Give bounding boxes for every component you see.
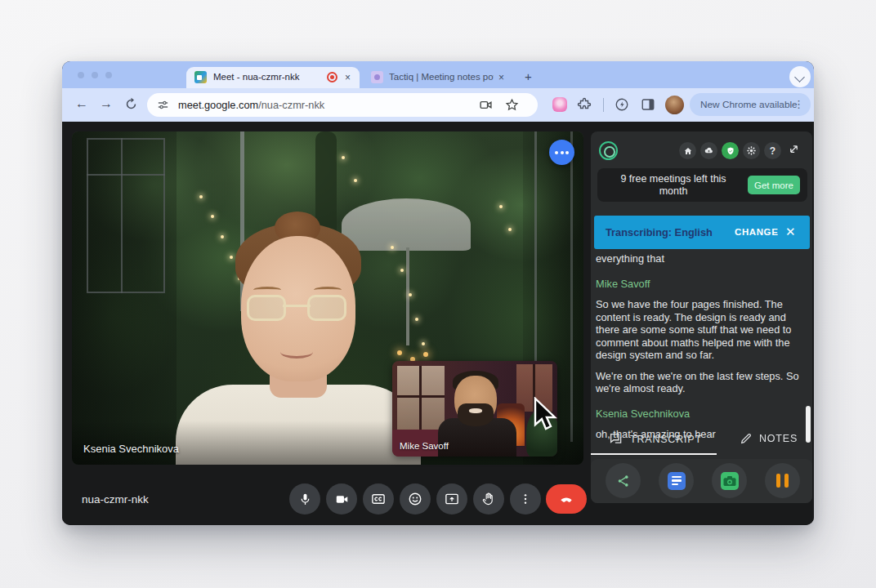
string-light (391, 246, 394, 249)
string-light (422, 342, 425, 345)
more-vertical-icon (519, 492, 532, 506)
end-call-button[interactable] (546, 484, 587, 514)
window-minimize-button[interactable] (92, 72, 98, 78)
back-icon[interactable]: ← (75, 96, 88, 111)
window-mullion (121, 138, 123, 293)
speaker-name: Ksenia Svechnikova (596, 408, 802, 421)
toolbar-divider (603, 98, 604, 112)
microphone-icon (298, 492, 312, 506)
address-bar[interactable]: meet.google.com/nua-czmr-nkk (147, 93, 538, 117)
string-light (409, 293, 412, 296)
tab-tactiq[interactable]: Tactiq | Meeting notes powe × (364, 67, 518, 88)
close-tab-icon[interactable]: × (498, 72, 504, 83)
window-frame (87, 138, 165, 293)
tab-notes-label: NOTES (759, 433, 798, 444)
glasses-lens (247, 295, 286, 321)
raise-hand-icon (481, 492, 496, 506)
pause-icon (784, 474, 789, 488)
transcript-text: We're on the we're on the last few steps… (596, 370, 802, 395)
string-light (211, 215, 214, 218)
window-zoom-button[interactable] (105, 72, 112, 78)
tab-camera-icon[interactable] (479, 98, 493, 112)
eyebrow (314, 287, 342, 293)
chat-bubbles-icon (609, 432, 623, 447)
change-language-button[interactable]: CHANGE (735, 227, 778, 237)
url-text: meet.google.com/nua-czmr-nkk (178, 99, 324, 111)
eyebrow (253, 287, 281, 293)
string-light (499, 205, 503, 208)
cloud-sync-button[interactable] (700, 142, 717, 159)
quota-banner: 9 free meetings left this month Get more (597, 168, 807, 202)
expand-button[interactable] (788, 143, 800, 158)
participant-smile (280, 345, 313, 359)
candle-light (423, 352, 428, 357)
chrome-update-button[interactable]: New Chrome available ⋮ (690, 93, 811, 116)
browser-menu-icon[interactable]: ⋮ (793, 98, 804, 110)
export-to-docs-button[interactable] (659, 463, 694, 498)
present-screen-button[interactable] (436, 483, 467, 514)
tab-transcript-label: TRANSCRIPT (630, 434, 702, 445)
profile-avatar[interactable] (665, 96, 684, 114)
frame-bar (570, 131, 573, 442)
speaker-name: Mike Savoff (596, 278, 802, 291)
tactiq-extension-icon[interactable] (552, 97, 567, 112)
smiley-icon (408, 492, 422, 506)
site-settings-icon[interactable] (157, 99, 169, 111)
end-call-icon (558, 491, 574, 507)
raise-hand-button[interactable] (473, 483, 504, 514)
tab-strip: Meet - nua-czmr-nkk × Tactiq | Meeting n… (62, 61, 814, 88)
participant-name-label: Ksenia Svechnikova (83, 443, 179, 455)
performance-icon[interactable] (615, 97, 629, 112)
string-light (230, 256, 233, 259)
get-more-button[interactable]: Get more (748, 176, 800, 194)
transcribing-banner: Transcribing: English CHANGE ✕ (594, 216, 810, 249)
sidebar-tabs: TRANSCRIPT NOTES (591, 432, 812, 453)
tab-notes[interactable]: NOTES (740, 432, 798, 445)
transcribing-label: Transcribing: English (606, 226, 713, 238)
gear-icon (746, 145, 757, 156)
chrome-update-label: New Chrome available (700, 99, 798, 110)
pause-icon (776, 474, 780, 488)
tab-transcript[interactable]: TRANSCRIPT (609, 432, 702, 447)
recording-indicator-icon (327, 72, 337, 82)
help-button[interactable]: ? (764, 142, 781, 159)
expand-diagonal-icon (788, 143, 800, 155)
string-light (342, 156, 345, 159)
forward-icon[interactable]: → (100, 96, 113, 111)
chat-bubble-button[interactable] (549, 140, 574, 165)
more-options-button[interactable] (510, 483, 541, 514)
captions-button[interactable] (363, 483, 394, 514)
active-tab-underline (591, 453, 717, 455)
side-panel-icon[interactable] (641, 97, 655, 112)
close-tab-icon[interactable]: × (345, 72, 351, 83)
settings-button[interactable] (743, 142, 760, 159)
extensions-puzzle-icon[interactable] (577, 97, 592, 112)
home-button[interactable] (679, 142, 696, 159)
pause-recording-button[interactable] (765, 463, 800, 498)
window-close-button[interactable] (78, 72, 84, 78)
tab-meet[interactable]: Meet - nua-czmr-nkk × (186, 67, 360, 88)
shield-check-icon (726, 146, 735, 156)
reload-icon[interactable] (124, 97, 138, 111)
glasses-bridge (283, 305, 311, 307)
reactions-button[interactable] (400, 483, 431, 514)
pip-name-label: Mike Savoff (400, 441, 449, 451)
meet-page: Ksenia Svechnikova Mike Savoff nua-czmr-… (62, 122, 814, 525)
string-light (400, 269, 404, 272)
screenshot-camera-icon (721, 472, 739, 490)
tab-title: Meet - nua-czmr-nkk (213, 72, 324, 82)
microphone-button[interactable] (289, 483, 320, 514)
new-tab-button[interactable]: + (525, 69, 532, 83)
url-host: meet.google.com (178, 99, 258, 111)
screenshot-button[interactable] (712, 463, 747, 498)
pencil-icon (740, 432, 753, 445)
camera-button[interactable] (326, 483, 357, 514)
cloud-icon (704, 145, 714, 156)
tab-search-chevron-icon[interactable] (789, 66, 811, 87)
bookmark-star-icon[interactable] (505, 98, 519, 112)
close-banner-icon[interactable]: ✕ (785, 225, 796, 239)
share-button[interactable] (606, 463, 641, 498)
captions-icon (371, 492, 386, 506)
privacy-shield-button[interactable] (722, 142, 739, 159)
pip-window (397, 366, 445, 430)
